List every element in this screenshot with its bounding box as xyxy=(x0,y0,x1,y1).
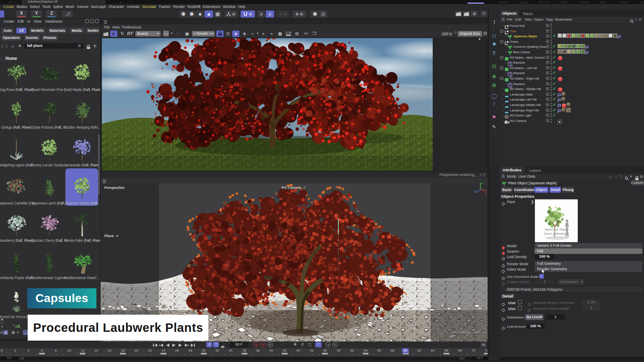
svg-text:Japanese Maple: Japanese Maple xyxy=(544,228,569,231)
svg-text:X: X xyxy=(485,192,487,195)
svg-text:Y: Y xyxy=(481,182,483,185)
svg-text:Z: Z xyxy=(474,190,476,193)
svg-text:(Acer palmatum): (Acer palmatum) xyxy=(544,232,569,235)
